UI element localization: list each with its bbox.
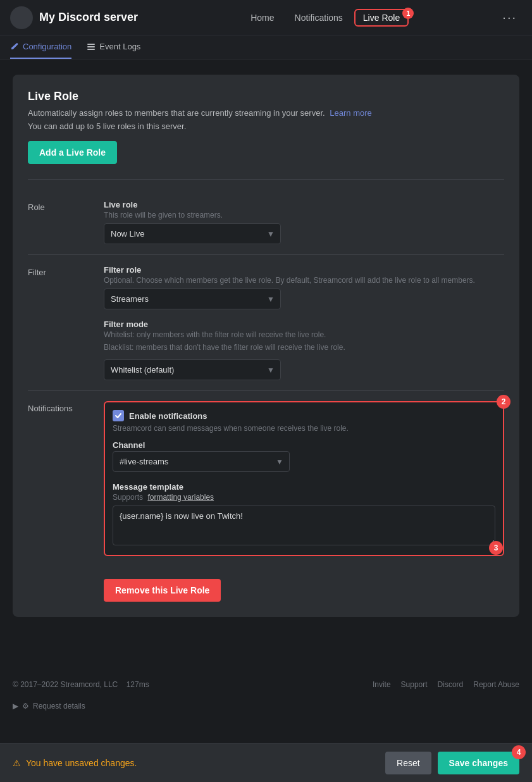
- server-avatar: [10, 6, 33, 29]
- enable-notifications-hint: Streamcord can send messages when someon…: [113, 424, 495, 433]
- enable-notifications-row: Enable notifications: [113, 410, 495, 421]
- message-template-hint: Supports formatting variables: [113, 493, 495, 502]
- notifications-box: 2 Enable notifications Streamcord can se…: [104, 401, 504, 556]
- channel-select[interactable]: #live-streams#general#announcements: [113, 451, 290, 472]
- save-button[interactable]: Save changes: [438, 752, 519, 774]
- channel-select-wrap: #live-streams#general#announcements ▼: [113, 451, 290, 472]
- card-divider: [28, 179, 504, 180]
- latency-text: 127ms: [127, 680, 149, 689]
- bottom-bar-buttons: Reset Save changes 4: [385, 752, 519, 774]
- filter-role-field-label: Filter role: [104, 265, 504, 275]
- filter-role-field: Filter role Optional. Choose which membe…: [104, 265, 504, 309]
- list-icon: [87, 42, 96, 51]
- step-badge-3: 3: [489, 541, 503, 555]
- nav-tab-notifications[interactable]: Notifications: [286, 9, 352, 27]
- svg-rect-1: [87, 46, 95, 47]
- sub-nav-event-logs[interactable]: Event Logs: [87, 35, 140, 59]
- live-role-field-label: Live role: [104, 200, 504, 209]
- formatting-variables-link[interactable]: formatting variables: [147, 493, 214, 502]
- step-badge-2: 2: [497, 395, 510, 409]
- card-desc-text: Automatically assign roles to members th…: [28, 108, 325, 118]
- footer: © 2017–2022 Streamcord, LLC 127ms Invite…: [0, 670, 532, 699]
- channel-field-label: Channel: [113, 440, 495, 450]
- message-template-field: Message template Supports formatting var…: [113, 482, 495, 547]
- message-template-textarea[interactable]: [113, 506, 495, 545]
- live-role-field-hint: This role will be given to streamers.: [104, 211, 504, 220]
- chevron-right-icon: ▶: [13, 702, 18, 711]
- enable-notifications-checkbox[interactable]: [113, 410, 124, 421]
- notifications-section: Notifications 2 Enable notifications Str…: [28, 391, 504, 566]
- filter-role-select-wrap: StreamersNoneModerator ▼: [104, 289, 281, 309]
- live-role-select[interactable]: Now LiveStreamerLive: [104, 223, 281, 244]
- enable-notifications-label: Enable notifications: [129, 411, 207, 421]
- request-details-row: ▶ ⚙ Request details: [0, 699, 532, 718]
- svg-rect-2: [87, 49, 95, 50]
- filter-content: Filter role Optional. Choose which membe…: [104, 265, 504, 380]
- sub-nav-configuration-label: Configuration: [23, 42, 71, 51]
- role-content: Live role This role will be given to str…: [104, 200, 504, 244]
- filter-mode-select-wrap: Whitelist (default)Blacklist ▼: [104, 359, 281, 380]
- card-title: Live Role: [28, 90, 504, 103]
- filter-mode-label: Filter mode: [104, 320, 504, 329]
- card-description: Automatically assign roles to members th…: [28, 108, 504, 118]
- gear-icon: ⚙: [22, 702, 29, 711]
- remove-live-role-button[interactable]: Remove this Live Role: [104, 579, 221, 602]
- footer-copyright: © 2017–2022 Streamcord, LLC 127ms: [13, 680, 149, 689]
- live-role-card: Live Role Automatically assign roles to …: [13, 75, 519, 617]
- live-role-select-wrap: Now LiveStreamerLive ▼: [104, 223, 281, 244]
- filter-mode-select[interactable]: Whitelist (default)Blacklist: [104, 359, 281, 380]
- filter-mode-hint-1: Whitelist: only members with the filter …: [104, 330, 504, 339]
- learn-more-link[interactable]: Learn more: [330, 108, 371, 118]
- live-role-badge: 1: [402, 8, 414, 19]
- server-name: My Discord server: [39, 11, 138, 24]
- header: My Discord server Home Notifications Liv…: [0, 0, 532, 35]
- filter-role-field-hint: Optional. Choose which members get the l…: [104, 276, 504, 285]
- sub-nav-event-logs-label: Event Logs: [99, 42, 140, 51]
- footer-support-link[interactable]: Support: [401, 680, 428, 689]
- unsaved-warning: ⚠ You have unsaved changes.: [13, 758, 137, 768]
- step-badge-4: 4: [512, 745, 526, 759]
- svg-rect-0: [87, 44, 95, 45]
- filter-mode-field: Filter mode Whitelist: only members with…: [104, 320, 504, 380]
- edit-icon: [10, 42, 19, 51]
- supports-text: Supports: [113, 493, 143, 502]
- main-content: Live Role Automatically assign roles to …: [0, 59, 532, 645]
- footer-invite-link[interactable]: Invite: [373, 680, 391, 689]
- role-label: Role: [28, 200, 104, 212]
- live-role-field: Live role This role will be given to str…: [104, 200, 504, 244]
- nav-tab-home[interactable]: Home: [242, 9, 283, 27]
- main-nav: Home Notifications Live Role 1: [242, 9, 409, 27]
- footer-discord-link[interactable]: Discord: [438, 680, 464, 689]
- save-button-wrap: Save changes 4: [438, 752, 519, 774]
- copyright-text: © 2017–2022 Streamcord, LLC: [13, 680, 118, 689]
- add-live-role-button[interactable]: Add a Live Role: [28, 141, 117, 164]
- filter-mode-hint-2: Blacklist: members that don't have the f…: [104, 343, 504, 352]
- message-template-label: Message template: [113, 482, 495, 492]
- request-details-label[interactable]: Request details: [33, 702, 85, 711]
- role-section: Role Live role This role will be given t…: [28, 190, 504, 255]
- channel-field: Channel #live-streams#general#announceme…: [113, 440, 495, 472]
- sub-nav-configuration[interactable]: Configuration: [10, 35, 71, 59]
- notifications-content: 2 Enable notifications Streamcord can se…: [104, 401, 504, 556]
- filter-role-select[interactable]: StreamersNoneModerator: [104, 289, 281, 309]
- sub-nav: Configuration Event Logs: [0, 35, 532, 59]
- filter-section: Filter Filter role Optional. Choose whic…: [28, 255, 504, 391]
- more-button[interactable]: ···: [497, 8, 522, 27]
- reset-button[interactable]: Reset: [385, 752, 431, 774]
- warning-icon: ⚠: [13, 758, 21, 768]
- bottom-bar: ⚠ You have unsaved changes. Reset Save c…: [0, 743, 532, 782]
- notifications-label: Notifications: [28, 401, 104, 413]
- footer-report-abuse-link[interactable]: Report Abuse: [473, 680, 519, 689]
- footer-links: Invite Support Discord Report Abuse: [373, 680, 519, 689]
- nav-tab-live-role[interactable]: Live Role: [354, 9, 409, 27]
- unsaved-warning-text: You have unsaved changes.: [26, 758, 137, 768]
- nav-tab-live-role-wrap: Live Role 1: [354, 13, 409, 23]
- filter-label: Filter: [28, 265, 104, 277]
- card-limit-text: You can add up to 5 live roles in this s…: [28, 121, 504, 131]
